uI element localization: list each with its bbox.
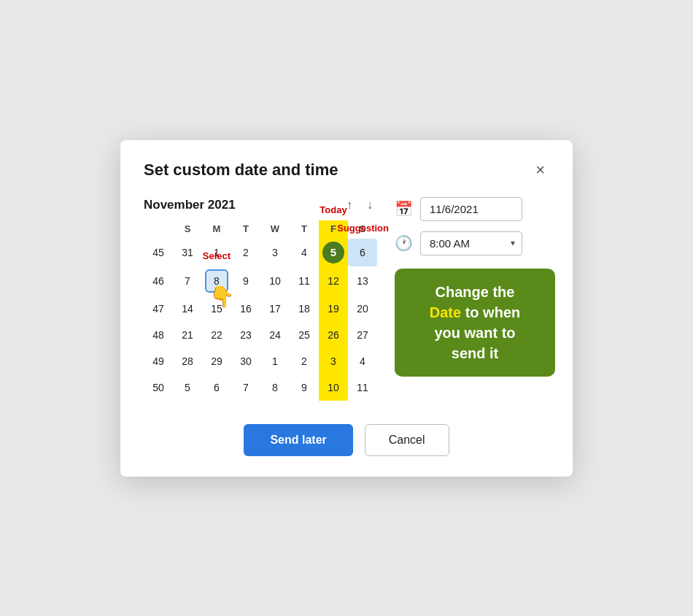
calendar-day[interactable]: 5	[173, 374, 202, 401]
dialog-body: November 2021 ↑ ↓ S M T W T Today F	[144, 197, 549, 401]
week-num-header	[144, 220, 173, 239]
calendar-day[interactable]: 14	[173, 296, 202, 322]
calendar-icon: 📅	[395, 200, 413, 217]
today-annotation: Today	[320, 204, 346, 215]
calendar-day[interactable]: 7	[173, 266, 202, 296]
calendar-day[interactable]: 2	[290, 348, 319, 374]
calendar-day[interactable]: 25	[290, 322, 319, 348]
calendar-day[interactable]: 4	[348, 348, 377, 374]
calendar-day[interactable]: 24	[260, 322, 290, 348]
calendar-day[interactable]: 29	[202, 348, 231, 374]
calendar-day[interactable]: 18	[290, 296, 319, 322]
next-month-button[interactable]: ↓	[363, 197, 377, 213]
calendar-day[interactable]: 11	[290, 266, 319, 296]
calendar-day[interactable]: 1	[260, 348, 290, 374]
week-number: 48	[144, 322, 173, 348]
week-number: 50	[144, 374, 173, 401]
selected-cell-td[interactable]: Select 8 👇	[202, 266, 231, 296]
calendar-section: November 2021 ↑ ↓ S M T W T Today F	[144, 197, 377, 401]
calendar-day[interactable]: 17	[260, 296, 290, 322]
cancel-button[interactable]: Cancel	[365, 424, 449, 456]
clock-icon: 🕐	[395, 234, 413, 252]
tooltip-box: Change the Date to when you want to send…	[395, 269, 555, 377]
calendar-day[interactable]: 7	[231, 374, 260, 401]
close-button[interactable]: ×	[531, 161, 549, 180]
tooltip-line2: to when	[461, 304, 520, 320]
month-year-label: November 2021	[144, 198, 336, 212]
select-annotation: Select	[203, 250, 231, 261]
dialog-footer: Send later Cancel	[144, 424, 549, 456]
calendar-day[interactable]: 20	[348, 296, 377, 322]
time-select[interactable]: 8:00 AM 8:30 AM 9:00 AM 9:30 AM 10:00 AM	[420, 231, 522, 255]
tooltip-date-word: Date	[430, 304, 461, 320]
right-section: 📅 🕐 8:00 AM 8:30 AM 9:00 AM 9:30 AM 10:0…	[395, 197, 555, 377]
dialog-title: Set custom date and time	[144, 161, 338, 180]
table-row: 46 7 Select 8 👇 9 10 11 12 13	[144, 266, 377, 296]
day-header-wed: W	[260, 220, 290, 239]
calendar-day[interactable]: 11	[348, 374, 377, 401]
day-header-sun: S	[173, 220, 202, 239]
calendar-day[interactable]: 26	[319, 322, 348, 348]
tooltip-line3: you want to	[434, 325, 515, 341]
calendar-day[interactable]: 22	[202, 322, 231, 348]
tooltip-line4: send it	[452, 345, 498, 361]
day-header-thu: T	[290, 220, 319, 239]
calendar-table: S M T W T Today F S 45	[144, 220, 377, 401]
time-wrapper: 8:00 AM 8:30 AM 9:00 AM 9:30 AM 10:00 AM…	[420, 231, 522, 255]
week-number: 49	[144, 348, 173, 374]
calendar-day[interactable]: 6	[202, 374, 231, 401]
calendar-day[interactable]: 3	[319, 348, 348, 374]
suggestion-annotation: Suggestion	[337, 223, 389, 234]
calendar-day[interactable]: 13	[348, 266, 377, 296]
calendar-day[interactable]: 12	[319, 266, 348, 296]
calendar-day[interactable]: 30	[231, 348, 260, 374]
send-later-button[interactable]: Send later	[244, 424, 352, 456]
today-day-circle: 5	[322, 242, 344, 263]
calendar-day[interactable]: 28	[173, 348, 202, 374]
dialog-header: Set custom date and time ×	[144, 161, 549, 180]
calendar-day[interactable]: 19	[319, 296, 348, 322]
table-row: 45 31 1 2 3 4 5 Suggestion 6	[144, 239, 377, 266]
calendar-day[interactable]: 27	[348, 322, 377, 348]
date-input[interactable]	[420, 197, 522, 221]
table-row: 49 28 29 30 1 2 3 4	[144, 348, 377, 374]
calendar-day[interactable]: 9	[231, 266, 260, 296]
calendar-day[interactable]: 2	[231, 239, 260, 266]
calendar-day[interactable]: 23	[231, 322, 260, 348]
today-cell-td[interactable]: 5 Suggestion	[319, 239, 348, 266]
date-field-row: 📅	[395, 197, 555, 221]
calendar-day[interactable]: 8	[260, 374, 290, 401]
day-header-tue: T	[231, 220, 260, 239]
calendar-day[interactable]: 10	[260, 266, 290, 296]
calendar-day[interactable]: 31	[173, 239, 202, 266]
selected-day-box: 8	[205, 269, 228, 293]
calendar-day[interactable]: 3	[260, 239, 290, 266]
week-number: 47	[144, 296, 173, 322]
calendar-day[interactable]: 10	[319, 374, 348, 401]
table-row: 48 21 22 23 24 25 26 27	[144, 322, 377, 348]
calendar-day[interactable]: 16	[231, 296, 260, 322]
tooltip-line1: Change the	[435, 284, 515, 300]
week-number: 46	[144, 266, 173, 296]
time-field-row: 🕐 8:00 AM 8:30 AM 9:00 AM 9:30 AM 10:00 …	[395, 231, 555, 255]
calendar-day[interactable]: 15	[202, 296, 231, 322]
calendar-day[interactable]: 21	[173, 322, 202, 348]
calendar-day[interactable]: 4	[290, 239, 319, 266]
week-number: 45	[144, 239, 173, 266]
dialog: Set custom date and time × November 2021…	[120, 140, 573, 477]
calendar-day[interactable]: 9	[290, 374, 319, 401]
table-row: 47 14 15 16 17 18 19 20	[144, 296, 377, 322]
table-row: 50 5 6 7 8 9 10 11	[144, 374, 377, 401]
suggestion-cell[interactable]: 6	[348, 239, 377, 266]
day-header-mon: M	[202, 220, 231, 239]
